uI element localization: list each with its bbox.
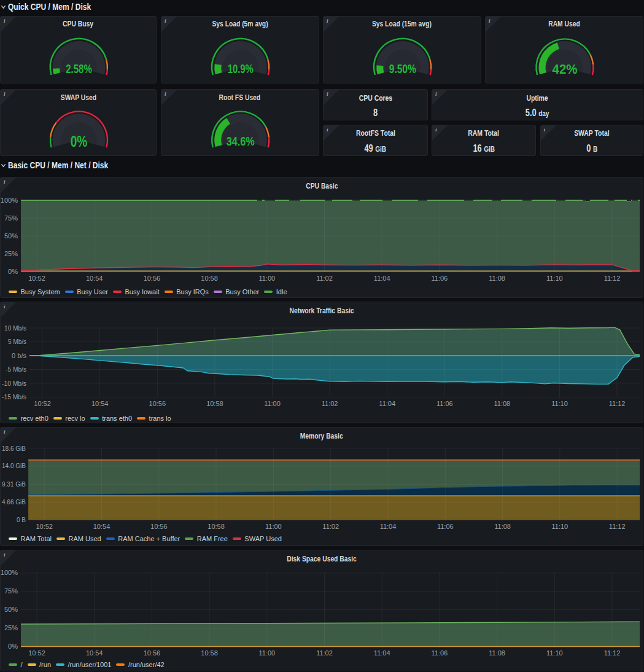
svg-text:10:56: 10:56 [144,275,161,282]
svg-text:5 Mb/s: 5 Mb/s [8,338,26,345]
svg-text:10:56: 10:56 [150,523,168,530]
svg-text:4.66 GiB: 4.66 GiB [2,498,26,506]
svg-text:11:08: 11:08 [494,400,511,407]
svg-text:50%: 50% [4,606,18,613]
svg-text:11:00: 11:00 [258,275,275,282]
svg-text:100%: 100% [1,197,18,204]
svg-text:11:12: 11:12 [609,400,626,407]
svg-text:10:56: 10:56 [144,649,161,657]
svg-text:0%: 0% [71,133,88,150]
svg-text:2.58%: 2.58% [66,62,92,76]
svg-text:9.50%: 9.50% [389,62,416,76]
svg-text:10:54: 10:54 [86,275,103,282]
svg-text:11:12: 11:12 [604,275,621,282]
svg-text:11:06: 11:06 [437,523,454,530]
svg-text:0 B: 0 B [17,516,26,523]
svg-text:11:04: 11:04 [379,400,395,407]
svg-text:10:52: 10:52 [28,275,45,282]
svg-text:10:58: 10:58 [208,523,225,530]
svg-text:25%: 25% [4,624,18,631]
svg-text:18.6 GiB: 18.6 GiB [2,445,26,452]
svg-text:11:10: 11:10 [546,275,563,282]
svg-text:10:52: 10:52 [28,649,45,657]
svg-text:50%: 50% [4,232,18,240]
svg-text:42%: 42% [553,61,578,77]
svg-text:10 Mb/s: 10 Mb/s [4,324,26,332]
svg-text:11:04: 11:04 [380,523,397,530]
svg-text:10:54: 10:54 [86,649,103,657]
svg-text:11:06: 11:06 [432,275,448,282]
svg-text:10:52: 10:52 [36,523,53,530]
svg-text:34.6%: 34.6% [227,135,255,148]
svg-text:11:08: 11:08 [489,275,505,282]
svg-text:11:00: 11:00 [258,649,275,657]
svg-text:11:00: 11:00 [265,523,282,530]
svg-text:11:04: 11:04 [374,275,390,282]
svg-text:-10 Mb/s: -10 Mb/s [2,380,26,387]
svg-text:75%: 75% [4,587,18,595]
svg-text:14.0 GiB: 14.0 GiB [2,462,26,469]
svg-text:11:00: 11:00 [264,400,281,407]
svg-text:10.9%: 10.9% [228,62,254,76]
svg-text:10:58: 10:58 [206,400,223,407]
svg-text:11:02: 11:02 [316,275,333,282]
svg-text:11:06: 11:06 [436,400,453,407]
svg-text:11:02: 11:02 [316,649,333,657]
svg-text:0%: 0% [8,268,18,275]
svg-text:100%: 100% [1,569,18,576]
svg-text:75%: 75% [4,214,18,222]
svg-text:11:02: 11:02 [322,400,338,407]
svg-text:11:04: 11:04 [374,649,390,657]
svg-text:11:12: 11:12 [609,523,626,530]
svg-text:10:54: 10:54 [91,400,109,407]
svg-text:-5 Mb/s: -5 Mb/s [6,365,26,373]
svg-text:10:52: 10:52 [34,400,51,407]
svg-text:11:10: 11:10 [546,649,563,657]
svg-text:10:54: 10:54 [93,523,111,530]
svg-text:10:58: 10:58 [201,649,218,657]
svg-text:11:08: 11:08 [489,649,505,657]
svg-text:0%: 0% [8,643,18,650]
svg-text:10:58: 10:58 [201,275,218,282]
svg-text:11:12: 11:12 [604,649,621,657]
svg-text:11:10: 11:10 [551,400,568,407]
svg-text:10:56: 10:56 [149,400,166,407]
svg-text:9.31 GiB: 9.31 GiB [2,480,26,488]
svg-text:11:06: 11:06 [432,649,448,657]
svg-text:11:08: 11:08 [494,523,511,530]
svg-text:11:10: 11:10 [552,523,568,530]
svg-text:11:02: 11:02 [322,523,339,530]
svg-text:25%: 25% [4,250,18,257]
svg-text:-15 Mb/s: -15 Mb/s [2,393,26,400]
svg-text:0 b/s: 0 b/s [12,352,26,359]
